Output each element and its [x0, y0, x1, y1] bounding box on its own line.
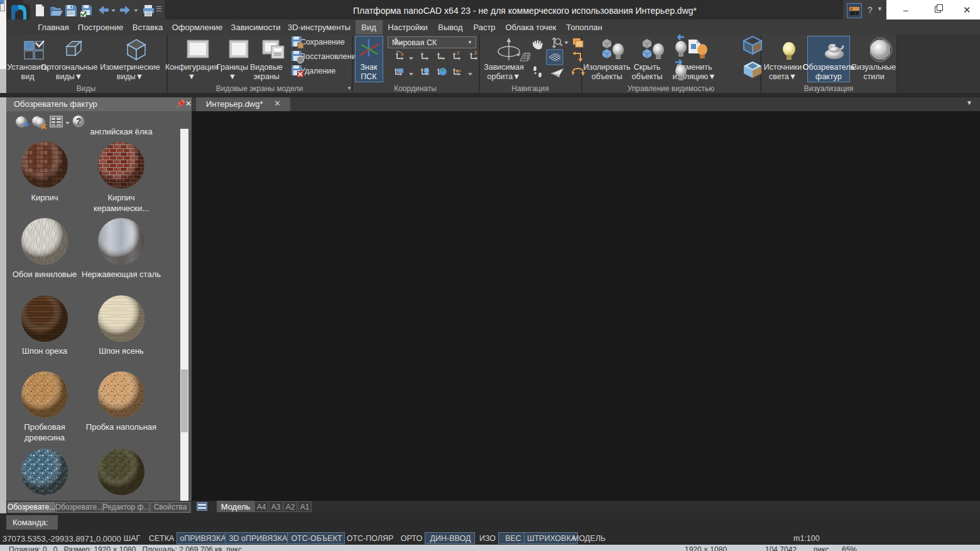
svg-text:x: x	[401, 51, 404, 57]
svg-text:3: 3	[474, 50, 477, 56]
svg-text:?: ?	[76, 116, 82, 126]
svg-text:z: z	[457, 50, 460, 56]
